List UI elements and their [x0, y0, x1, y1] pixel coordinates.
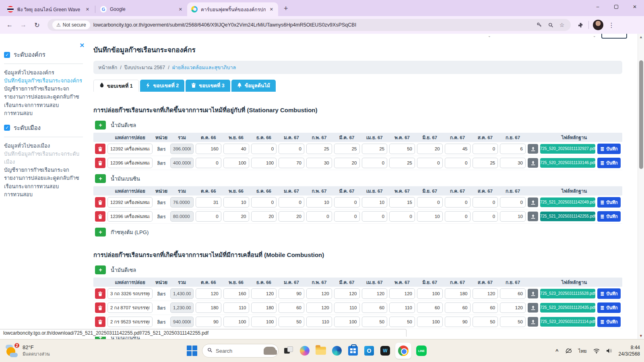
delete-row-button[interactable] [95, 211, 105, 222]
breadcrumb-home-link[interactable]: หน้าหลัก [98, 64, 117, 72]
sidebar-item[interactable]: ข้อมูลทั่วไปขององค์กร [4, 69, 83, 77]
month-value-input[interactable] [251, 158, 277, 168]
breadcrumb-year-link[interactable]: ปีงบประมาณ 2567 [124, 64, 165, 72]
month-value-input[interactable] [279, 197, 304, 208]
zoom-page-icon[interactable] [547, 23, 555, 28]
scrollbar-up-arrow[interactable]: ▲ [639, 35, 643, 39]
month-value-input[interactable] [473, 158, 498, 168]
extensions-puzzle-icon[interactable] [576, 22, 584, 28]
month-value-input[interactable] [362, 288, 388, 299]
copilot-button[interactable] [299, 345, 311, 357]
month-value-input[interactable] [445, 211, 471, 222]
month-value-input[interactable] [334, 197, 360, 208]
save-row-button[interactable]: บันทึก [597, 317, 621, 327]
month-value-input[interactable] [279, 211, 304, 222]
month-value-input[interactable] [223, 317, 249, 327]
scope-tab[interactable]: ขอบเขตที่ 3 [186, 80, 230, 92]
month-value-input[interactable] [445, 288, 471, 299]
source-input[interactable] [107, 288, 153, 299]
month-value-input[interactable] [306, 211, 332, 222]
scrollbar-thumb[interactable] [639, 60, 643, 169]
source-input[interactable] [107, 158, 153, 168]
webex-button[interactable]: W [379, 345, 391, 357]
address-bar[interactable]: ⚠ Not secure lowcarboncity.tgo.or.th/gov… [47, 19, 571, 31]
month-value-input[interactable] [445, 302, 471, 313]
add-source-button[interactable]: + [95, 228, 106, 237]
evidence-file-link[interactable]: 725_520_20250311132927.pdf [540, 144, 595, 154]
evidence-file-link[interactable]: 725_523_20250311115528.pdf [540, 289, 595, 298]
delete-row-button[interactable] [95, 197, 105, 208]
month-value-input[interactable] [196, 197, 221, 208]
month-value-input[interactable] [473, 288, 498, 299]
month-value-input[interactable] [417, 211, 443, 222]
month-value-input[interactable] [389, 317, 415, 327]
month-value-input[interactable] [196, 144, 221, 154]
month-value-input[interactable] [389, 197, 415, 208]
scope-tab[interactable]: ข้อมูลต้นไม้ [231, 80, 276, 92]
minimize-button[interactable]: – [588, 0, 607, 14]
month-value-input[interactable] [196, 211, 221, 222]
save-row-button[interactable]: บันทึก [597, 144, 621, 154]
edge-button[interactable] [331, 345, 343, 357]
upload-file-button[interactable] [528, 289, 538, 298]
month-value-input[interactable] [306, 197, 332, 208]
month-value-input[interactable] [362, 317, 388, 327]
month-value-input[interactable] [473, 302, 498, 313]
month-value-input[interactable] [500, 302, 526, 313]
file-explorer-button[interactable] [315, 345, 327, 357]
checkbox-checked-icon[interactable]: ✓ [4, 125, 10, 131]
month-value-input[interactable] [417, 144, 443, 154]
month-value-input[interactable] [334, 158, 360, 168]
month-value-input[interactable] [223, 302, 249, 313]
delete-row-button[interactable] [95, 302, 105, 313]
month-value-input[interactable] [445, 197, 471, 208]
month-value-input[interactable] [445, 144, 471, 154]
onedrive-paused-icon[interactable] [565, 348, 572, 354]
delete-row-button[interactable] [95, 144, 105, 154]
password-key-icon[interactable] [535, 22, 543, 28]
evidence-file-link[interactable]: 725_523_20250311120435.pdf [540, 303, 595, 313]
save-row-button[interactable]: บันทึก [597, 158, 621, 168]
maximize-button[interactable] [607, 0, 625, 14]
tab-close-icon[interactable]: ✕ [178, 7, 183, 12]
month-value-input[interactable] [251, 197, 277, 208]
month-value-input[interactable] [196, 317, 221, 327]
month-value-input[interactable] [306, 302, 332, 313]
tray-chevron-up-icon[interactable]: ^ [555, 348, 559, 354]
month-value-input[interactable] [279, 144, 304, 154]
forward-button[interactable]: → [18, 19, 29, 31]
month-value-input[interactable] [473, 317, 498, 327]
save-row-button[interactable]: บันทึก [597, 302, 621, 313]
month-value-input[interactable] [223, 288, 249, 299]
source-input[interactable] [107, 317, 153, 327]
month-value-input[interactable] [362, 211, 388, 222]
month-value-input[interactable] [362, 158, 388, 168]
tab-close-icon[interactable]: ✕ [85, 7, 90, 12]
close-window-button[interactable]: ✕ [625, 0, 644, 14]
month-value-input[interactable] [279, 288, 304, 299]
month-value-input[interactable] [417, 158, 443, 168]
month-value-input[interactable] [223, 211, 249, 222]
month-value-input[interactable] [279, 158, 304, 168]
month-value-input[interactable] [196, 288, 221, 299]
month-value-input[interactable] [306, 317, 332, 327]
scope-tab[interactable]: ขอบเขตที่ 1 [93, 80, 139, 92]
sidebar-item[interactable]: บัญชีรายการก๊าซเรือนกระจก [4, 166, 83, 174]
page-scrollbar[interactable]: ▲ ▼ [638, 34, 644, 339]
upload-file-button[interactable] [528, 212, 538, 221]
menu-dots-icon[interactable]: ⋮ [607, 21, 615, 29]
delete-row-button[interactable] [95, 288, 105, 299]
add-source-button[interactable]: + [95, 121, 106, 130]
month-value-input[interactable] [334, 288, 360, 299]
profile-avatar[interactable] [593, 20, 603, 30]
tab-close-icon[interactable]: ✕ [269, 7, 274, 12]
start-button[interactable] [186, 345, 198, 357]
month-value-input[interactable] [251, 302, 277, 313]
upload-file-button[interactable] [528, 303, 538, 313]
reload-button[interactable]: ↻ [31, 19, 43, 31]
delete-row-button[interactable] [95, 158, 105, 168]
upload-file-button[interactable] [528, 317, 538, 327]
month-value-input[interactable] [445, 317, 471, 327]
sidebar-item[interactable]: บันทึกข้อมูลก๊าซเรือนกระจกองค์กร [4, 77, 83, 85]
month-value-input[interactable] [417, 317, 443, 327]
